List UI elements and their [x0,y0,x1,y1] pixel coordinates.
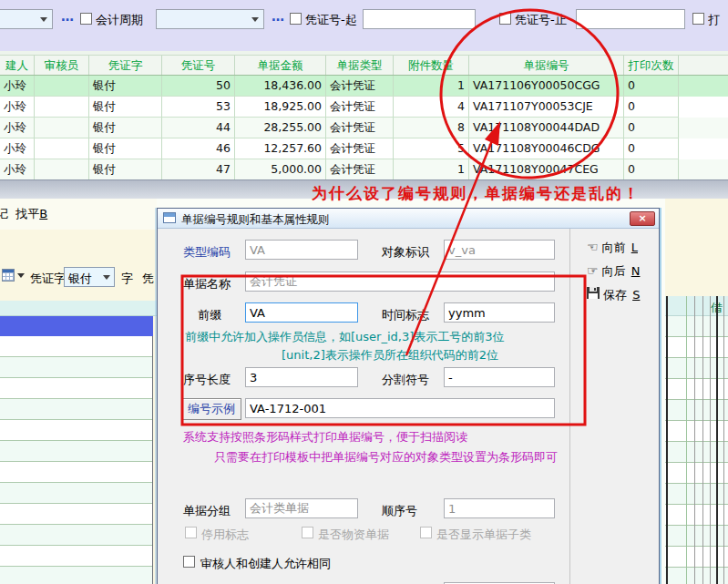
column-header[interactable]: 附件数量 [394,56,469,75]
table-cell: 44 [162,118,235,138]
chevron-down-icon[interactable] [17,273,25,278]
doc-group-field [245,498,358,518]
dialog-titlebar[interactable]: 单据编号规则和基本属性规则 × [158,209,659,229]
table-cell: 银付 [89,76,162,97]
table-cell: 银付 [89,118,162,138]
partial-label: 凭 [142,271,154,287]
table-row[interactable]: 小玲银付4428,255.00会计凭证8VA171108Y00044DAD0 [0,118,728,138]
save-floppy-icon [587,287,600,302]
splitter-bar [0,179,728,199]
hand-right-icon: ☞ [587,263,599,278]
voucher-from-checkbox[interactable] [290,13,302,25]
ledger-column-rule [666,296,668,584]
table-cell: VA171108Y00046CDG [469,138,624,159]
seq-length-label: 序号长度 [183,372,231,388]
separator-field[interactable] [444,367,555,387]
prefix-hint-line1: 前缀中允许加入操作员信息，如[user_id,3]表示工号的前3位 [185,329,505,345]
second-select[interactable] [156,9,264,29]
ellipsis-button[interactable]: … [272,9,285,24]
forward-button[interactable]: ☜向前 L [587,240,638,256]
print-checkbox[interactable] [692,13,704,25]
prefix-hint-line2: [unit,2]表示操作员所在组织代码的前2位 [282,347,498,364]
voucher-to-input[interactable] [576,9,685,29]
sample-number-field[interactable] [245,398,555,418]
window-icon [163,212,176,223]
selected-entry-row[interactable] [0,316,153,336]
save-button[interactable]: 保存 S [587,287,640,303]
table-row[interactable]: 小玲银付5318,925.00会计凭证4VA171107Y00053CJE0 [0,97,728,118]
ledger-column-rule [723,296,724,584]
voucher-from-label: 凭证号-起 [305,12,357,28]
voucher-from-input[interactable] [363,9,476,29]
table-row[interactable]: 小玲银付475,000.00会计凭证1VA171108Y00047CEG0 [0,159,728,180]
table-cell: 0 [624,97,679,118]
object-id-field [444,240,555,260]
menu-row: 记 找平B [0,199,157,230]
column-header[interactable]: 单据金额 [235,56,326,75]
period-checkbox[interactable] [80,13,92,25]
period-select[interactable] [0,9,53,29]
prefix-field[interactable] [245,302,358,323]
time-flag-label: 时间标志 [382,307,429,323]
table-cell [35,159,89,180]
table-cell: 5,000.00 [235,159,326,180]
table-row[interactable]: 小玲银付4612,257.60会计凭证5VA171108Y00046CDG0 [0,138,728,159]
ledger-column-rule [716,296,718,584]
table-cell: 小玲 [0,97,35,118]
table-cell: 银付 [89,138,162,159]
print-checkbox-label: 打 [708,12,720,28]
dialog-button-column: ☜向前 L ☞向后 N 保存 S [569,229,661,584]
voucher-entry-pane: 记 找平B 凭证字 银付 字 凭 [0,199,157,584]
entry-grid-rows[interactable] [0,336,153,584]
table-cell: 28,255.00 [235,118,326,138]
table-cell: 47 [162,159,235,180]
voucher-to-checkbox[interactable] [499,13,511,25]
backward-button[interactable]: ☞向后 N [587,263,640,280]
table-cell: VA171108Y00047CEG [469,159,624,180]
column-header[interactable]: 凭证字 [89,56,162,75]
voucher-word-select[interactable]: 银付 [64,267,115,287]
chevron-down-icon [103,275,110,280]
ellipsis-button[interactable]: … [61,9,75,24]
column-header[interactable]: 审核员 [35,56,89,75]
table-cell: 0 [624,138,679,159]
seq-length-field[interactable] [245,367,358,387]
ledger-column-rule [710,296,711,584]
same-person-label: 审核人和创建人允许相同 [200,556,331,572]
column-header[interactable]: 建人 [0,56,35,75]
table-cell: 会计凭证 [326,118,394,138]
dialog-title: 单据编号规则和基本属性规则 [181,212,330,228]
period-checkbox-label: 会计周期 [96,12,143,28]
table-row[interactable]: 小玲银付5018,436.00会计凭证1VA171106Y00050CGG0 [0,76,728,97]
same-person-checkbox[interactable] [183,556,195,568]
table-cell: 会计凭证 [326,159,394,180]
dialog-body: 类型编码 对象标识 单据名称 前缀 时间标志 前缀中允许加入操作员信息，如[us… [158,229,659,584]
column-header[interactable]: 凭证号 [162,56,235,75]
close-button[interactable]: × [630,211,655,226]
time-flag-field[interactable] [444,302,555,323]
column-header[interactable]: 单据编号 [469,56,624,75]
voucher-table: 建人审核员凭证字凭证号单据金额单据类型附件数量单据编号打印次数 小玲银付5018… [0,51,728,179]
ledger-yellow-area [665,199,728,296]
ledger-grid-rows[interactable] [665,316,728,584]
grid-icon[interactable] [2,269,15,282]
doc-name-field [245,272,555,292]
table-cell: 0 [624,118,679,138]
table-cell: 18,925.00 [235,97,326,118]
doc-group-label: 单据分组 [183,503,231,519]
table-cell: 1 [394,159,469,180]
chevron-down-icon [40,17,47,22]
sample-number-button[interactable]: 编号示例 [181,398,241,420]
hand-left-icon: ☜ [587,240,599,254]
table-cell: 小玲 [0,159,35,180]
table-cell: 小玲 [0,118,35,138]
table-cell [35,118,89,138]
table-header: 建人审核员凭证字凭证号单据金额单据类型附件数量单据编号打印次数 [0,56,728,76]
column-header[interactable]: 单据类型 [326,56,394,75]
column-header[interactable]: 打印次数 [624,56,679,75]
menu-item-partial[interactable]: 记 找平B [0,206,47,222]
table-cell: 8 [394,118,469,138]
table-cell: 0 [624,159,679,180]
barcode-hint-line1: 系统支持按照条形码样式打印单据编号，便于扫描阅读 [183,429,467,446]
voucher-to-label: 凭证号-止 [515,12,567,28]
